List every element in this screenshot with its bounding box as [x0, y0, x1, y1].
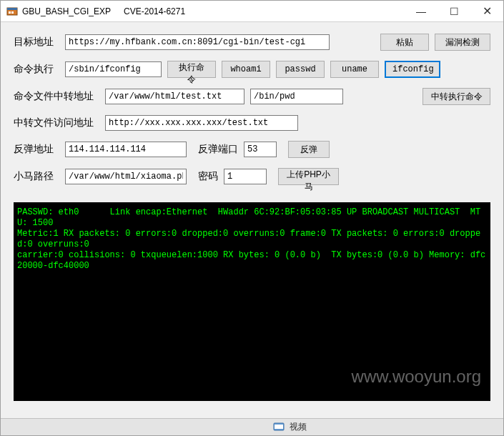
row-relay-file: 命令文件中转地址 中转执行命令 — [14, 88, 490, 105]
minimize-button[interactable]: — — [405, 1, 438, 22]
relay-access-url-input[interactable] — [105, 115, 298, 131]
svg-rect-3 — [11, 11, 14, 14]
cmd-input[interactable] — [65, 61, 162, 77]
label-rebound-port: 反弹端口 — [198, 143, 238, 156]
row-rebound: 反弹地址 反弹端口 反弹 — [14, 141, 490, 158]
console-line-2: Metric:1 RX packets: 0 errors:0 dropped:… — [17, 229, 487, 250]
window-title: GBU_BASH_CGI_EXP — [22, 6, 111, 16]
titlebar[interactable]: GBU_BASH_CGI_EXP CVE-2014-6271 — ☐ ✕ — [1, 1, 503, 22]
target-url-input[interactable] — [65, 34, 330, 50]
label-rebound-addr: 反弹地址 — [14, 143, 59, 156]
label-cmd-exec: 命令执行 — [14, 63, 59, 76]
main-window: GBU_BASH_CGI_EXP CVE-2014-6271 — ☐ ✕ 目标地… — [0, 0, 504, 436]
cve-label: CVE-2014-6271 — [124, 6, 185, 16]
svg-rect-5 — [275, 425, 283, 429]
paste-button[interactable]: 粘贴 — [380, 34, 429, 51]
password-input[interactable] — [224, 169, 267, 184]
relay-exec-cmd-button[interactable]: 中转执行命令 — [423, 88, 490, 105]
console-output[interactable]: PASSWD: eth0 Link encap:Ethernet HWaddr … — [14, 202, 490, 401]
ifconfig-button[interactable]: ifconfig — [385, 61, 440, 78]
label-cmd-file-relay: 命令文件中转地址 — [14, 90, 99, 103]
video-icon — [272, 421, 285, 434]
console-line-3: carrier:0 collisions: 0 txqueuelen:1000 … — [17, 250, 487, 272]
row-xiaoma: 小马路径 密码 上传PHP小马 — [14, 168, 490, 185]
bottombar-label: 视频 — [290, 421, 307, 433]
row-cmd: 命令执行 执行命令 whoami passwd uname ifconfig — [14, 61, 490, 78]
uname-button[interactable]: uname — [330, 61, 379, 78]
xiaoma-path-input[interactable] — [65, 169, 187, 184]
svg-rect-2 — [9, 11, 11, 14]
label-target-url: 目标地址 — [14, 36, 59, 49]
row-target: 目标地址 粘贴 漏洞检测 — [14, 34, 490, 51]
vuln-detect-button[interactable]: 漏洞检测 — [435, 34, 490, 51]
close-button[interactable]: ✕ — [470, 1, 503, 22]
svg-rect-1 — [7, 8, 17, 10]
client-area: 目标地址 粘贴 漏洞检测 命令执行 执行命令 whoami passwd una… — [1, 22, 503, 418]
whoami-button[interactable]: whoami — [222, 61, 270, 78]
relay-exec-input[interactable] — [250, 89, 343, 104]
rebound-port-input[interactable] — [244, 142, 277, 157]
exec-cmd-button[interactable]: 执行命令 — [167, 61, 216, 78]
passwd-button[interactable]: passwd — [276, 61, 325, 78]
rebound-ip-input[interactable] — [65, 142, 187, 157]
label-xiaoma-path: 小马路径 — [14, 170, 59, 183]
label-relay-file-access: 中转文件访问地址 — [14, 117, 99, 129]
relay-path-input[interactable] — [105, 89, 244, 104]
row-relay-access: 中转文件访问地址 — [14, 115, 490, 131]
taskbar-fragment: 视频 — [1, 418, 503, 435]
rebound-button[interactable]: 反弹 — [288, 141, 330, 158]
app-icon — [6, 6, 18, 17]
maximize-button[interactable]: ☐ — [438, 1, 470, 22]
upload-php-button[interactable]: 上传PHP小马 — [278, 168, 339, 185]
console-line-1: PASSWD: eth0 Link encap:Ethernet HWaddr … — [17, 207, 487, 229]
label-password: 密码 — [198, 170, 218, 183]
watermark-text: www.wooyun.org — [352, 366, 481, 387]
